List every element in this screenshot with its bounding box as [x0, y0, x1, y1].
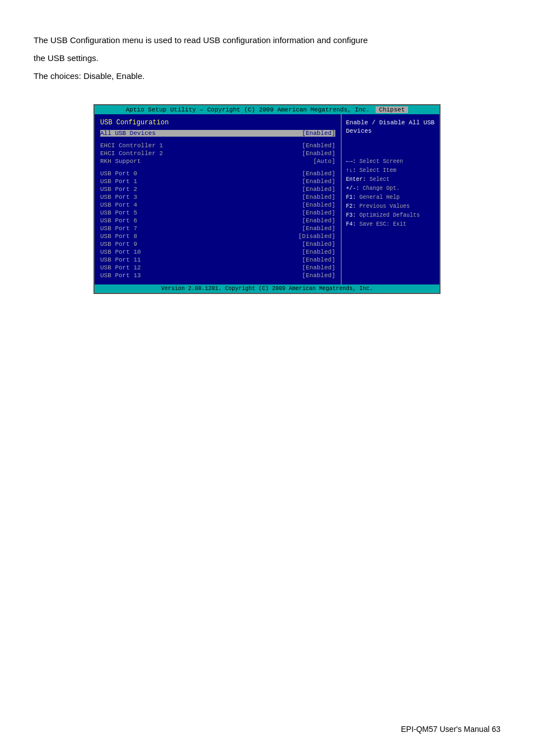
intro-line2: the USB settings. — [34, 52, 500, 65]
port-label-5: USB Port 5 — [100, 209, 137, 216]
ctrl-value-0: [Enabled] — [302, 142, 335, 149]
chipset-tab[interactable]: Chipset — [376, 106, 408, 113]
port-value-13: [Enabled] — [302, 272, 335, 279]
port-value-8: [Disabled] — [298, 233, 335, 240]
key-4: F1: — [346, 194, 356, 200]
port-row-4[interactable]: USB Port 4[Enabled] — [100, 202, 335, 208]
key-action-0: Select Screen — [359, 158, 403, 165]
port-label-2: USB Port 2 — [100, 186, 137, 193]
intro-line3: The choices: Disable, Enable. — [34, 69, 500, 83]
key-3: +/-: — [346, 185, 359, 192]
port-label-8: USB Port 8 — [100, 233, 137, 240]
port-value-11: [Enabled] — [302, 256, 335, 263]
bios-title: Aptio Setup Utility – Copyright (C) 2009… — [126, 106, 370, 113]
port-row-12[interactable]: USB Port 12[Enabled] — [100, 264, 335, 271]
ctrl-label-0: EHCI Controller 1 — [100, 142, 163, 149]
key-action-1: Select Item — [359, 167, 396, 174]
key-action-6: Optimized Defaults — [359, 212, 420, 218]
ctrl-value-2: [Auto] — [313, 158, 335, 165]
sidebar-help: Enable / Disable All USB Devices — [346, 119, 435, 136]
all-usb-label: All USB Devices — [100, 130, 156, 137]
port-row-3[interactable]: USB Port 3[Enabled] — [100, 194, 335, 200]
port-row-2[interactable]: USB Port 2[Enabled] — [100, 186, 335, 193]
bios-screen: Aptio Setup Utility – Copyright (C) 2009… — [93, 104, 441, 294]
port-value-7: [Enabled] — [302, 225, 335, 232]
port-value-3: [Enabled] — [302, 194, 335, 200]
controllers-container: EHCI Controller 1[Enabled]EHCI Controlle… — [100, 142, 335, 165]
all-usb-row[interactable]: All USB Devices [Enabled] — [100, 130, 335, 137]
key-row-0: ←→: Select Screen — [346, 157, 435, 166]
port-value-10: [Enabled] — [302, 249, 335, 255]
port-row-11[interactable]: USB Port 11[Enabled] — [100, 256, 335, 263]
port-label-11: USB Port 11 — [100, 256, 141, 263]
port-label-9: USB Port 9 — [100, 241, 137, 248]
bios-title-bar: Aptio Setup Utility – Copyright (C) 2009… — [95, 105, 439, 114]
key-0: ←→: — [346, 158, 356, 165]
port-row-1[interactable]: USB Port 1[Enabled] — [100, 178, 335, 185]
ctrl-label-1: EHCI Controller 2 — [100, 150, 163, 157]
key-action-3: Change Opt. — [363, 185, 400, 192]
port-value-2: [Enabled] — [302, 186, 335, 193]
port-value-4: [Enabled] — [302, 202, 335, 208]
ctrl-value-1: [Enabled] — [302, 150, 335, 157]
port-row-8[interactable]: USB Port 8[Disabled] — [100, 233, 335, 240]
controller-row-0[interactable]: EHCI Controller 1[Enabled] — [100, 142, 335, 149]
port-value-5: [Enabled] — [302, 209, 335, 216]
port-label-6: USB Port 6 — [100, 217, 137, 224]
key-action-4: General Help — [359, 194, 400, 200]
port-label-10: USB Port 10 — [100, 249, 141, 255]
port-value-12: [Enabled] — [302, 264, 335, 271]
controller-row-2[interactable]: RKH Support[Auto] — [100, 158, 335, 165]
bios-footer: Version 2.00.1201. Copyright (C) 2009 Am… — [95, 284, 439, 293]
key-row-4: F1: General Help — [346, 193, 435, 202]
port-row-6[interactable]: USB Port 6[Enabled] — [100, 217, 335, 224]
port-label-4: USB Port 4 — [100, 202, 137, 208]
key-1: ↑↓: — [346, 167, 356, 174]
page-text: The USB Configuration menu is used to re… — [0, 0, 534, 99]
bios-section-title: USB Configuration — [100, 119, 335, 127]
intro-line1: The USB Configuration menu is used to re… — [34, 34, 500, 47]
port-value-0: [Enabled] — [302, 170, 335, 177]
port-row-13[interactable]: USB Port 13[Enabled] — [100, 272, 335, 279]
port-label-0: USB Port 0 — [100, 170, 137, 177]
port-label-12: USB Port 12 — [100, 264, 141, 271]
port-value-1: [Enabled] — [302, 178, 335, 185]
key-5: F2: — [346, 203, 356, 209]
port-value-9: [Enabled] — [302, 241, 335, 248]
ports-container: USB Port 0[Enabled]USB Port 1[Enabled]US… — [100, 170, 335, 279]
key-action-7: Save ESC: Exit — [359, 221, 406, 227]
port-value-6: [Enabled] — [302, 217, 335, 224]
key-7: F4: — [346, 221, 356, 227]
port-row-0[interactable]: USB Port 0[Enabled] — [100, 170, 335, 177]
key-2: Enter: — [346, 176, 366, 183]
all-usb-value: [Enabled] — [302, 130, 335, 137]
key-row-2: Enter: Select — [346, 175, 435, 184]
port-label-1: USB Port 1 — [100, 178, 137, 185]
port-row-5[interactable]: USB Port 5[Enabled] — [100, 209, 335, 216]
key-row-5: F2: Previous Values — [346, 202, 435, 211]
key-action-5: Previous Values — [359, 203, 410, 209]
port-row-9[interactable]: USB Port 9[Enabled] — [100, 241, 335, 248]
port-row-7[interactable]: USB Port 7[Enabled] — [100, 225, 335, 232]
ctrl-label-2: RKH Support — [100, 158, 141, 165]
key-row-1: ↑↓: Select Item — [346, 166, 435, 175]
key-row-3: +/-: Change Opt. — [346, 184, 435, 193]
key-6: F3: — [346, 212, 356, 218]
key-action-2: Select — [369, 176, 390, 183]
key-row-6: F3: Optimized Defaults — [346, 211, 435, 220]
controller-row-1[interactable]: EHCI Controller 2[Enabled] — [100, 150, 335, 157]
port-label-3: USB Port 3 — [100, 194, 137, 200]
bios-sidebar: Enable / Disable All USB Devices ←→: Sel… — [341, 114, 439, 284]
key-row-7: F4: Save ESC: Exit — [346, 220, 435, 229]
keys-container: ←→: Select Screen↑↓: Select ItemEnter: S… — [346, 157, 435, 229]
port-label-7: USB Port 7 — [100, 225, 137, 232]
port-label-13: USB Port 13 — [100, 272, 141, 279]
manual-footer: EPI-QM57 User's Manual 63 — [401, 725, 500, 734]
bios-main: USB Configuration All USB Devices [Enabl… — [95, 114, 341, 284]
bios-body: USB Configuration All USB Devices [Enabl… — [95, 114, 439, 284]
port-row-10[interactable]: USB Port 10[Enabled] — [100, 249, 335, 255]
